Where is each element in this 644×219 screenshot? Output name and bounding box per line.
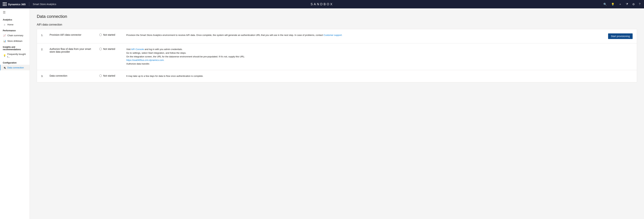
dataverse-url-link[interactable]: https://ssa0405us.crm.dynamics.com.	[126, 59, 164, 61]
step-1-status: Not started	[99, 33, 122, 36]
step-2-line-3: On the integration screen, the URL for t…	[126, 55, 600, 59]
step-1-customer-support-link[interactable]: Customer support.	[324, 34, 342, 36]
step-1-number: 1.	[41, 33, 45, 36]
data-connection-icon: 🔌	[3, 66, 6, 69]
settings-button[interactable]: ⚙	[632, 2, 636, 7]
step-2-status: Not started	[99, 48, 122, 50]
main-content: Data connection AiFi data connection 1. …	[30, 8, 644, 219]
step-2-radio	[99, 48, 102, 50]
search-button[interactable]: 🔍	[603, 2, 608, 7]
step-3-desc-text: It may take up to a few days for data to…	[126, 75, 203, 77]
sidebar-item-data-connection[interactable]: 🔌 Data connection	[0, 65, 30, 70]
layout: ☰ Analytics ⌂ Home Performance 📈 Chain s…	[0, 8, 644, 219]
start-provisioning-button[interactable]: Start provisioning	[608, 33, 632, 39]
step-1-row: 1. Provision AiFi data connector Not sta…	[37, 29, 637, 43]
step-2-name: Authorize flow of data from your smart s…	[50, 48, 95, 53]
sidebar-item-frequently-bought-label: Frequently bought t...	[7, 53, 27, 58]
sidebar-item-home[interactable]: ⌂ Home	[0, 22, 30, 27]
sidebar: ☰ Analytics ⌂ Home Performance 📈 Chain s…	[0, 8, 30, 219]
page-title: Data connection	[37, 14, 637, 19]
topbar-separator	[29, 2, 29, 6]
section-analytics: Analytics	[0, 16, 30, 22]
frequently-bought-icon: 💡	[3, 54, 6, 57]
topbar: Dynamics 365 Smart Store Analytics SANDB…	[0, 0, 644, 8]
home-icon: ⌂	[3, 23, 6, 26]
sidebar-item-data-connection-label: Data connection	[7, 66, 24, 69]
hamburger-menu[interactable]: ☰	[0, 8, 30, 16]
step-2-line-2: Go to settings, select Start integration…	[126, 51, 600, 55]
topbar-right: 🔍 💡 ＋ ⧩ ⚙ ?	[603, 2, 641, 7]
step-3-row: 3. Data connection Not started It may ta…	[37, 70, 637, 82]
section-configuration: Configuration	[0, 59, 30, 65]
step-1-radio	[99, 33, 102, 36]
step-2-number: 2.	[41, 48, 45, 51]
step-2-description: Visit AiFi Console and log in with you a…	[126, 48, 600, 66]
sidebar-item-store-drilldown[interactable]: 📊 Store drilldown	[0, 38, 30, 44]
brand-name: Dynamics 365	[8, 3, 26, 6]
sidebar-item-chain-summary-label: Chain summary	[7, 34, 23, 37]
section-performance: Performance	[0, 27, 30, 32]
step-3-description: It may take up to a few days for data to…	[126, 74, 600, 78]
step-2-line-1-pre: Visit	[126, 48, 131, 50]
step-1-description: Provision the Smart Store Analytics envi…	[126, 33, 600, 37]
sidebar-item-home-label: Home	[7, 23, 14, 26]
step-3-radio	[99, 74, 102, 77]
step-1-status-label: Not started	[103, 33, 115, 36]
topbar-left: Dynamics 365 Smart Store Analytics	[3, 2, 56, 6]
step-1-desc-text: Provision the Smart Store Analytics envi…	[126, 34, 323, 36]
section-title: AiFi data connection	[37, 23, 637, 26]
step-2-line-5: Authorize data transfer.	[126, 62, 600, 66]
step-3-number: 3.	[41, 74, 45, 77]
help-button[interactable]: ?	[638, 2, 641, 6]
section-insights: Insights and recommendations	[0, 44, 30, 51]
step-2-row: 2. Authorize flow of data from your smar…	[37, 43, 637, 70]
lightbulb-button[interactable]: 💡	[610, 2, 615, 7]
filter-button[interactable]: ⧩	[625, 2, 629, 6]
topbar-brand: Dynamics 365	[3, 2, 26, 6]
aifi-console-link[interactable]: AiFi Console	[131, 48, 144, 50]
sidebar-item-chain-summary[interactable]: 📈 Chain summary	[0, 32, 30, 38]
step-3-name: Data connection	[50, 74, 95, 77]
chain-summary-icon: 📈	[3, 34, 6, 37]
step-3-status-label: Not started	[103, 74, 115, 77]
step-1-name: Provision AiFi data connector	[50, 33, 95, 36]
sandbox-label: SANDBOX	[310, 2, 333, 6]
step-2-line-4: https://ssa0405us.crm.dynamics.com.	[126, 58, 600, 62]
step-3-status: Not started	[99, 74, 122, 77]
sidebar-item-frequently-bought[interactable]: 💡 Frequently bought t...	[0, 51, 30, 59]
step-2-line-1-post: and log in with you admin credentials.	[144, 48, 182, 50]
step-1-action: Start provisioning	[604, 33, 632, 39]
store-drilldown-icon: 📊	[3, 39, 6, 42]
sidebar-item-store-drilldown-label: Store drilldown	[7, 40, 22, 42]
apps-grid-icon[interactable]	[3, 2, 7, 6]
step-2-status-label: Not started	[103, 48, 115, 50]
add-button[interactable]: ＋	[618, 2, 622, 7]
app-name-label: Smart Store Analytics	[33, 3, 56, 5]
step-2-line-1: Visit AiFi Console and log in with you a…	[126, 48, 600, 51]
steps-card: 1. Provision AiFi data connector Not sta…	[37, 29, 637, 82]
